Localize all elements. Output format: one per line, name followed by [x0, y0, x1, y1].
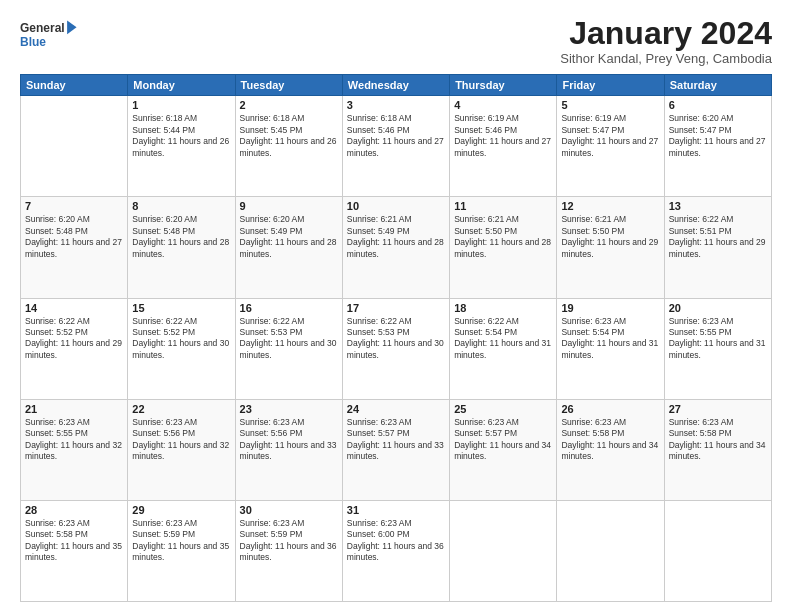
day-number: 4: [454, 99, 552, 111]
cell-info: Sunrise: 6:21 AMSunset: 5:49 PMDaylight:…: [347, 214, 445, 260]
cell-info: Sunrise: 6:23 AMSunset: 5:59 PMDaylight:…: [132, 518, 230, 564]
day-number: 14: [25, 302, 123, 314]
title-block: January 2024 Sithor Kandal, Prey Veng, C…: [560, 16, 772, 66]
cell-info: Sunrise: 6:18 AMSunset: 5:45 PMDaylight:…: [240, 113, 338, 159]
cell-info: Sunrise: 6:18 AMSunset: 5:44 PMDaylight:…: [132, 113, 230, 159]
cell-info: Sunrise: 6:23 AMSunset: 5:55 PMDaylight:…: [669, 316, 767, 362]
calendar-cell: 16Sunrise: 6:22 AMSunset: 5:53 PMDayligh…: [235, 298, 342, 399]
day-number: 9: [240, 200, 338, 212]
calendar-cell: [557, 500, 664, 601]
day-number: 12: [561, 200, 659, 212]
day-number: 20: [669, 302, 767, 314]
cell-info: Sunrise: 6:20 AMSunset: 5:49 PMDaylight:…: [240, 214, 338, 260]
cell-info: Sunrise: 6:23 AMSunset: 6:00 PMDaylight:…: [347, 518, 445, 564]
cell-info: Sunrise: 6:23 AMSunset: 5:58 PMDaylight:…: [669, 417, 767, 463]
col-saturday: Saturday: [664, 75, 771, 96]
calendar-cell: 25Sunrise: 6:23 AMSunset: 5:57 PMDayligh…: [450, 399, 557, 500]
calendar-cell: 21Sunrise: 6:23 AMSunset: 5:55 PMDayligh…: [21, 399, 128, 500]
day-number: 21: [25, 403, 123, 415]
day-number: 13: [669, 200, 767, 212]
calendar-cell: 5Sunrise: 6:19 AMSunset: 5:47 PMDaylight…: [557, 96, 664, 197]
svg-text:General: General: [20, 21, 65, 35]
cell-info: Sunrise: 6:22 AMSunset: 5:51 PMDaylight:…: [669, 214, 767, 260]
cell-info: Sunrise: 6:20 AMSunset: 5:48 PMDaylight:…: [25, 214, 123, 260]
cell-info: Sunrise: 6:23 AMSunset: 5:58 PMDaylight:…: [25, 518, 123, 564]
calendar-cell: 11Sunrise: 6:21 AMSunset: 5:50 PMDayligh…: [450, 197, 557, 298]
calendar-cell: 24Sunrise: 6:23 AMSunset: 5:57 PMDayligh…: [342, 399, 449, 500]
calendar-week-1: 7Sunrise: 6:20 AMSunset: 5:48 PMDaylight…: [21, 197, 772, 298]
day-number: 30: [240, 504, 338, 516]
cell-info: Sunrise: 6:23 AMSunset: 5:56 PMDaylight:…: [240, 417, 338, 463]
day-number: 5: [561, 99, 659, 111]
col-monday: Monday: [128, 75, 235, 96]
calendar-cell: 20Sunrise: 6:23 AMSunset: 5:55 PMDayligh…: [664, 298, 771, 399]
day-number: 10: [347, 200, 445, 212]
col-tuesday: Tuesday: [235, 75, 342, 96]
calendar-cell: 12Sunrise: 6:21 AMSunset: 5:50 PMDayligh…: [557, 197, 664, 298]
cell-info: Sunrise: 6:19 AMSunset: 5:47 PMDaylight:…: [561, 113, 659, 159]
col-thursday: Thursday: [450, 75, 557, 96]
calendar-cell: 10Sunrise: 6:21 AMSunset: 5:49 PMDayligh…: [342, 197, 449, 298]
calendar-cell: 18Sunrise: 6:22 AMSunset: 5:54 PMDayligh…: [450, 298, 557, 399]
calendar-cell: 3Sunrise: 6:18 AMSunset: 5:46 PMDaylight…: [342, 96, 449, 197]
calendar-cell: [664, 500, 771, 601]
day-number: 11: [454, 200, 552, 212]
cell-info: Sunrise: 6:22 AMSunset: 5:54 PMDaylight:…: [454, 316, 552, 362]
calendar-cell: 7Sunrise: 6:20 AMSunset: 5:48 PMDaylight…: [21, 197, 128, 298]
calendar-cell: 13Sunrise: 6:22 AMSunset: 5:51 PMDayligh…: [664, 197, 771, 298]
calendar-subtitle: Sithor Kandal, Prey Veng, Cambodia: [560, 51, 772, 66]
cell-info: Sunrise: 6:23 AMSunset: 5:55 PMDaylight:…: [25, 417, 123, 463]
calendar-week-4: 28Sunrise: 6:23 AMSunset: 5:58 PMDayligh…: [21, 500, 772, 601]
calendar-cell: 14Sunrise: 6:22 AMSunset: 5:52 PMDayligh…: [21, 298, 128, 399]
day-number: 29: [132, 504, 230, 516]
cell-info: Sunrise: 6:23 AMSunset: 5:54 PMDaylight:…: [561, 316, 659, 362]
cell-info: Sunrise: 6:18 AMSunset: 5:46 PMDaylight:…: [347, 113, 445, 159]
cell-info: Sunrise: 6:22 AMSunset: 5:53 PMDaylight:…: [347, 316, 445, 362]
header-row: Sunday Monday Tuesday Wednesday Thursday…: [21, 75, 772, 96]
cell-info: Sunrise: 6:22 AMSunset: 5:52 PMDaylight:…: [132, 316, 230, 362]
calendar-table: Sunday Monday Tuesday Wednesday Thursday…: [20, 74, 772, 602]
cell-info: Sunrise: 6:21 AMSunset: 5:50 PMDaylight:…: [561, 214, 659, 260]
day-number: 26: [561, 403, 659, 415]
cell-info: Sunrise: 6:20 AMSunset: 5:48 PMDaylight:…: [132, 214, 230, 260]
svg-text:Blue: Blue: [20, 35, 46, 49]
calendar-cell: 4Sunrise: 6:19 AMSunset: 5:46 PMDaylight…: [450, 96, 557, 197]
calendar-cell: 17Sunrise: 6:22 AMSunset: 5:53 PMDayligh…: [342, 298, 449, 399]
cell-info: Sunrise: 6:22 AMSunset: 5:52 PMDaylight:…: [25, 316, 123, 362]
calendar-cell: 8Sunrise: 6:20 AMSunset: 5:48 PMDaylight…: [128, 197, 235, 298]
cell-info: Sunrise: 6:19 AMSunset: 5:46 PMDaylight:…: [454, 113, 552, 159]
logo: GeneralBlue: [20, 16, 80, 54]
cell-info: Sunrise: 6:21 AMSunset: 5:50 PMDaylight:…: [454, 214, 552, 260]
cell-info: Sunrise: 6:20 AMSunset: 5:47 PMDaylight:…: [669, 113, 767, 159]
cell-info: Sunrise: 6:23 AMSunset: 5:59 PMDaylight:…: [240, 518, 338, 564]
day-number: 22: [132, 403, 230, 415]
calendar-week-2: 14Sunrise: 6:22 AMSunset: 5:52 PMDayligh…: [21, 298, 772, 399]
calendar-cell: 31Sunrise: 6:23 AMSunset: 6:00 PMDayligh…: [342, 500, 449, 601]
col-wednesday: Wednesday: [342, 75, 449, 96]
calendar-cell: 28Sunrise: 6:23 AMSunset: 5:58 PMDayligh…: [21, 500, 128, 601]
calendar-cell: 22Sunrise: 6:23 AMSunset: 5:56 PMDayligh…: [128, 399, 235, 500]
calendar-cell: 1Sunrise: 6:18 AMSunset: 5:44 PMDaylight…: [128, 96, 235, 197]
cell-info: Sunrise: 6:23 AMSunset: 5:57 PMDaylight:…: [454, 417, 552, 463]
day-number: 23: [240, 403, 338, 415]
calendar-cell: 26Sunrise: 6:23 AMSunset: 5:58 PMDayligh…: [557, 399, 664, 500]
day-number: 25: [454, 403, 552, 415]
calendar-cell: [21, 96, 128, 197]
day-number: 19: [561, 302, 659, 314]
cell-info: Sunrise: 6:23 AMSunset: 5:57 PMDaylight:…: [347, 417, 445, 463]
day-number: 2: [240, 99, 338, 111]
calendar-week-0: 1Sunrise: 6:18 AMSunset: 5:44 PMDaylight…: [21, 96, 772, 197]
page: GeneralBlue January 2024 Sithor Kandal, …: [0, 0, 792, 612]
calendar-cell: 2Sunrise: 6:18 AMSunset: 5:45 PMDaylight…: [235, 96, 342, 197]
svg-marker-2: [67, 20, 76, 34]
calendar-cell: 27Sunrise: 6:23 AMSunset: 5:58 PMDayligh…: [664, 399, 771, 500]
day-number: 18: [454, 302, 552, 314]
day-number: 24: [347, 403, 445, 415]
calendar-cell: 23Sunrise: 6:23 AMSunset: 5:56 PMDayligh…: [235, 399, 342, 500]
day-number: 15: [132, 302, 230, 314]
calendar-title: January 2024: [560, 16, 772, 51]
calendar-cell: 19Sunrise: 6:23 AMSunset: 5:54 PMDayligh…: [557, 298, 664, 399]
calendar-cell: 29Sunrise: 6:23 AMSunset: 5:59 PMDayligh…: [128, 500, 235, 601]
calendar-week-3: 21Sunrise: 6:23 AMSunset: 5:55 PMDayligh…: [21, 399, 772, 500]
col-friday: Friday: [557, 75, 664, 96]
